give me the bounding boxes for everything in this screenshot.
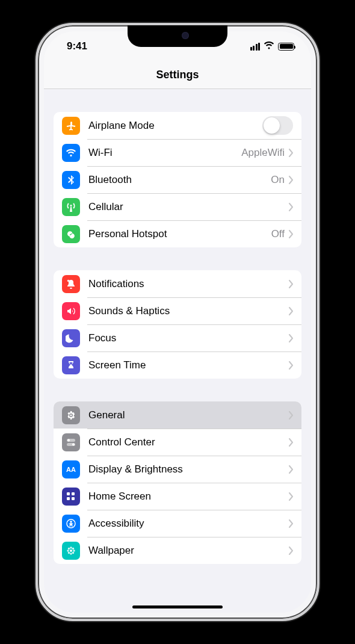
settings-group: GeneralControl CenterDisplay & Brightnes…: [54, 401, 301, 564]
settings-row-label: Notifications: [88, 278, 288, 290]
settings-row-focus[interactable]: Focus: [54, 324, 301, 351]
settings-row-display[interactable]: Display & Brightness: [54, 456, 301, 483]
battery-icon: [278, 43, 294, 51]
bell-icon: [62, 275, 80, 293]
moon-icon: [62, 329, 80, 347]
cellular-signal-icon: [250, 43, 261, 51]
airplane-toggle[interactable]: [262, 116, 293, 135]
settings-row-label: Screen Time: [88, 359, 288, 371]
silence-switch: [36, 140, 37, 160]
settings-row-airplane[interactable]: Airplane Mode: [54, 112, 301, 139]
page-title: Settings: [44, 60, 311, 89]
settings-row-detail: On: [271, 174, 285, 186]
antenna-icon: [62, 198, 80, 216]
chevron-right-icon: [288, 519, 293, 528]
wifi-icon: [62, 144, 80, 162]
settings-group: NotificationsSounds & HapticsFocusScreen…: [54, 270, 301, 379]
settings-row-label: Focus: [88, 332, 288, 344]
settings-row-label: Personal Hotspot: [88, 228, 271, 240]
settings-row-label: General: [88, 409, 288, 421]
wifi-status-icon: [264, 41, 274, 52]
status-time: 9:41: [61, 40, 87, 52]
person-icon: [62, 515, 80, 533]
settings-row-label: Home Screen: [88, 491, 288, 503]
settings-row-label: Sounds & Haptics: [88, 305, 288, 317]
settings-group: Airplane ModeWi-FiAppleWifiBluetoothOnCe…: [54, 112, 301, 247]
chevron-right-icon: [288, 546, 293, 555]
home-indicator[interactable]: [132, 605, 223, 608]
link-icon: [62, 225, 80, 243]
volume-up-button: [36, 182, 37, 221]
settings-row-label: Bluetooth: [88, 174, 271, 186]
settings-row-bluetooth[interactable]: BluetoothOn: [54, 166, 301, 193]
chevron-right-icon: [288, 280, 293, 288]
notch: [128, 25, 227, 47]
chevron-right-icon: [288, 465, 293, 474]
settings-row-general[interactable]: General: [54, 401, 301, 429]
chevron-right-icon: [288, 307, 293, 315]
settings-row-accessibility[interactable]: Accessibility: [54, 510, 301, 537]
settings-row-label: Wi-Fi: [88, 147, 241, 159]
hourglass-icon: [62, 356, 80, 374]
flower-icon: [62, 542, 80, 560]
settings-row-sounds[interactable]: Sounds & Haptics: [54, 297, 301, 324]
status-icons: [250, 41, 295, 52]
chevron-right-icon: [288, 361, 293, 370]
screen: 9:41 Settings Airplane ModeWi-FiAppleWif…: [44, 31, 311, 613]
iphone-frame: 9:41 Settings Airplane ModeWi-FiAppleWif…: [36, 23, 320, 621]
grid-icon: [62, 488, 80, 506]
settings-row-detail: AppleWifi: [241, 147, 285, 159]
settings-row-wallpaper[interactable]: Wallpaper: [54, 537, 301, 564]
airplane-icon: [62, 117, 80, 135]
aa-icon: [62, 460, 80, 478]
chevron-right-icon: [288, 203, 293, 211]
settings-row-screentime[interactable]: Screen Time: [54, 351, 301, 379]
settings-row-label: Display & Brightness: [88, 463, 288, 475]
settings-row-label: Control Center: [88, 436, 288, 448]
settings-row-label: Airplane Mode: [88, 120, 262, 132]
chevron-right-icon: [288, 492, 293, 501]
chevron-right-icon: [288, 176, 293, 184]
gear-icon: [62, 406, 80, 424]
settings-row-homescreen[interactable]: Home Screen: [54, 483, 301, 510]
settings-row-cellular[interactable]: Cellular: [54, 193, 301, 220]
settings-row-label: Wallpaper: [88, 545, 288, 557]
settings-row-hotspot[interactable]: Personal HotspotOff: [54, 220, 301, 247]
switches-icon: [62, 433, 80, 451]
chevron-right-icon: [288, 438, 293, 447]
settings-row-wifi[interactable]: Wi-FiAppleWifi: [54, 139, 301, 166]
settings-row-control[interactable]: Control Center: [54, 429, 301, 456]
chevron-right-icon: [288, 149, 293, 157]
settings-list[interactable]: Airplane ModeWi-FiAppleWifiBluetoothOnCe…: [44, 89, 311, 598]
bluetooth-icon: [62, 171, 80, 189]
settings-row-label: Accessibility: [88, 518, 288, 530]
settings-row-detail: Off: [271, 228, 285, 240]
chevron-right-icon: [288, 411, 293, 420]
settings-row-label: Cellular: [88, 201, 288, 213]
volume-down-button: [36, 232, 37, 272]
speaker-icon: [62, 302, 80, 320]
chevron-right-icon: [288, 230, 293, 238]
chevron-right-icon: [288, 334, 293, 342]
side-button: [318, 197, 320, 261]
settings-row-notifications[interactable]: Notifications: [54, 270, 301, 297]
